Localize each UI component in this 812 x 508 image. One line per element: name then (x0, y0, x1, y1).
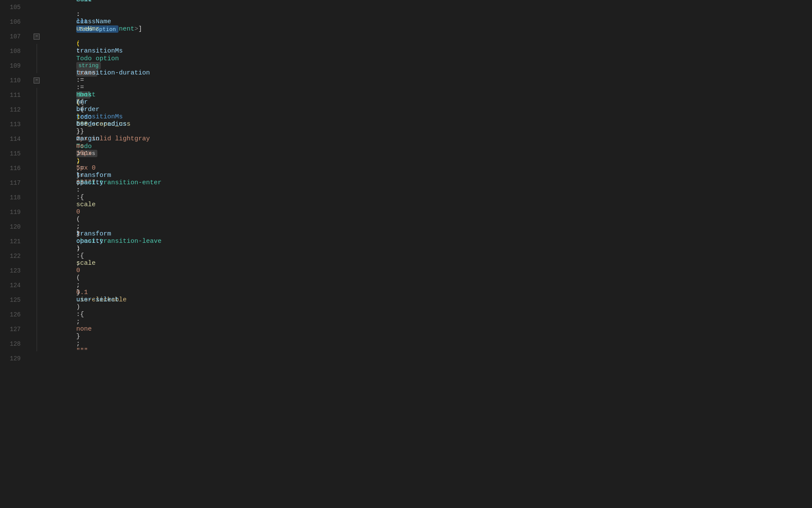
ln-113: 113 (0, 117, 21, 132)
editor-container: 105 106 107 108 109 110 111 112 113 114 … (0, 0, 812, 508)
fold-gutter-117 (30, 176, 43, 190)
ln-105: 105 (0, 0, 21, 15)
ln-119: 119 (0, 205, 21, 220)
ln-106: 106 (0, 15, 21, 29)
fold-gutter-125 (30, 293, 43, 307)
fold-gutter-128 (30, 337, 43, 351)
colon-123: : (76, 245, 84, 252)
fold-gutter-112 (30, 102, 43, 117)
fold-gutter-120 (30, 220, 43, 234)
fold-icon-107[interactable]: − (34, 34, 40, 40)
ln-112: 112 (0, 102, 21, 117)
fold-gutter-126 (30, 307, 43, 322)
fold-gutter-118 (30, 190, 43, 205)
class-name-110: className (76, 18, 111, 25)
fold-gutter-109 (30, 59, 43, 73)
ln-111: 111 (0, 88, 21, 102)
ln-114: 114 (0, 132, 21, 146)
ln-128: 128 (0, 337, 21, 351)
ln-123: 123 (0, 263, 21, 278)
fold-gutter-114 (30, 132, 43, 146)
colon-119: : (76, 186, 84, 194)
fold-gutter-116 (30, 161, 43, 176)
ln-117: 117 (0, 176, 21, 190)
ln-124: 124 (0, 278, 21, 293)
ln-125: 125 (0, 293, 21, 307)
ln-126: 126 (0, 307, 21, 322)
ln-118: 118 (0, 190, 21, 205)
ln-110: 110 (0, 73, 21, 88)
ln-127: 127 (0, 322, 21, 337)
fold-gutter-124 (30, 278, 43, 293)
fold-gutter-113 (30, 117, 43, 132)
fold-gutter-127 (30, 322, 43, 337)
ln-120: 120 (0, 220, 21, 234)
code-area: [<HookComponent>] − let TodoEl dispatch … (26, 0, 812, 508)
ln-115: 115 (0, 146, 21, 161)
ln-107: 107 (0, 29, 21, 44)
space-110a (76, 3, 80, 11)
transform-123: transform (76, 230, 111, 238)
fold-gutter-123 (30, 263, 43, 278)
fold-gutter-115 (30, 146, 43, 161)
fold-gutter-122 (30, 249, 43, 263)
ln-121: 121 (0, 234, 21, 249)
transform-119: transform (76, 172, 111, 179)
ln-116: 116 (0, 161, 21, 176)
fold-gutter-108 (30, 44, 43, 59)
fold-gutter-107: − (30, 34, 43, 40)
ln-109: 109 (0, 59, 21, 73)
ln-122: 122 (0, 249, 21, 263)
fold-gutter-110: − (30, 77, 43, 84)
fold-gutter-121 (30, 234, 43, 249)
fold-gutter-111 (30, 88, 43, 102)
code-line-128: """ (30, 337, 812, 351)
line-numbers: 105 106 107 108 109 110 111 112 113 114 … (0, 0, 26, 508)
ln-108: 108 (0, 44, 21, 59)
fold-gutter-119 (30, 205, 43, 220)
ln-129: 129 (0, 351, 21, 366)
code-line-129 (30, 351, 812, 366)
fold-icon-110[interactable]: − (34, 77, 40, 84)
